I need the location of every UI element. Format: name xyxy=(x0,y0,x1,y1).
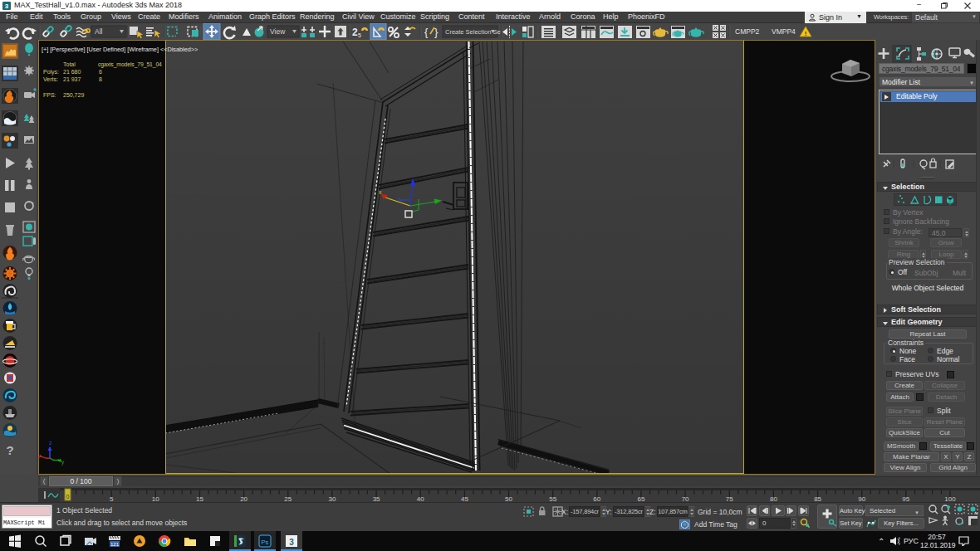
svg-text:View: View xyxy=(270,27,286,36)
svg-text:?: ? xyxy=(6,443,13,457)
svg-text:Ps: Ps xyxy=(262,539,269,546)
svg-text:Polys:: Polys: xyxy=(43,69,59,76)
svg-text:VMPP4: VMPP4 xyxy=(772,27,796,36)
svg-text:65: 65 xyxy=(638,495,645,503)
svg-text:!: ! xyxy=(805,30,807,37)
svg-text:cgaxis_models_79_51_04: cgaxis_models_79_51_04 xyxy=(98,61,162,68)
svg-text:45: 45 xyxy=(461,495,468,503)
svg-text:70: 70 xyxy=(682,495,689,503)
svg-text:250,729: 250,729 xyxy=(63,92,84,98)
svg-text:3: 3 xyxy=(5,2,9,10)
svg-text:{: { xyxy=(424,26,429,38)
svg-text:80: 80 xyxy=(770,495,777,503)
svg-text:75: 75 xyxy=(726,495,733,503)
svg-text:55: 55 xyxy=(549,495,556,503)
svg-text:z: z xyxy=(49,440,52,446)
svg-text:}: } xyxy=(434,26,439,38)
svg-text:85: 85 xyxy=(814,495,821,503)
svg-text:8: 8 xyxy=(99,76,102,82)
svg-text:35: 35 xyxy=(373,495,380,503)
svg-text:2: 2 xyxy=(352,27,358,38)
svg-text:FPS:: FPS: xyxy=(43,92,56,98)
svg-text:Verts:: Verts: xyxy=(43,76,58,82)
svg-text:15: 15 xyxy=(196,495,203,503)
svg-text:21 937: 21 937 xyxy=(63,76,81,82)
svg-text:5: 5 xyxy=(358,32,361,38)
svg-text:All: All xyxy=(95,27,103,36)
svg-text:60: 60 xyxy=(593,495,600,503)
svg-text:121: 121 xyxy=(110,542,120,547)
svg-text:30: 30 xyxy=(328,495,336,503)
svg-text:100: 100 xyxy=(944,495,956,503)
svg-text:90: 90 xyxy=(858,495,865,503)
svg-text:[+] [Perspective] [User Define: [+] [Perspective] [User Defined] [Wirefr… xyxy=(42,46,198,53)
svg-text:21 680: 21 680 xyxy=(63,69,81,75)
svg-text:25: 25 xyxy=(284,495,292,503)
svg-text:20: 20 xyxy=(240,495,247,503)
svg-text:10: 10 xyxy=(152,495,159,503)
svg-text:CMPP2: CMPP2 xyxy=(735,27,760,36)
svg-text:95: 95 xyxy=(902,495,909,503)
svg-text:3: 3 xyxy=(289,538,294,547)
svg-text:40: 40 xyxy=(417,495,424,503)
svg-text:6: 6 xyxy=(99,69,102,75)
svg-text:Total: Total xyxy=(63,61,76,67)
svg-text:5: 5 xyxy=(110,495,114,503)
svg-text:0: 0 xyxy=(66,494,70,500)
svg-text:50: 50 xyxy=(505,495,512,503)
svg-text:x: x xyxy=(379,189,382,195)
